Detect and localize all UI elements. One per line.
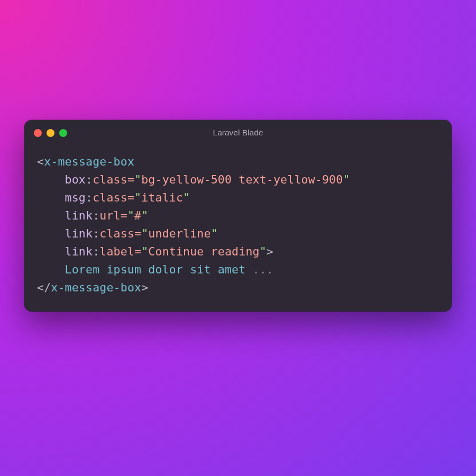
minimize-icon[interactable] (47, 129, 54, 137)
close-icon[interactable] (34, 129, 42, 137)
traffic-lights (34, 129, 67, 137)
code-block: <x-message-box box:class="bg-yellow-500 … (24, 145, 452, 312)
code-window: Laravel Blade <x-message-box box:class="… (24, 120, 452, 312)
titlebar: Laravel Blade (24, 120, 452, 145)
closing-tag: x-message-box (51, 281, 141, 294)
slot-content: Lorem ipsum dolor sit amet (65, 263, 246, 276)
window-title: Laravel Blade (24, 128, 452, 138)
maximize-icon[interactable] (59, 129, 67, 137)
opening-tag: x-message-box (44, 155, 134, 168)
